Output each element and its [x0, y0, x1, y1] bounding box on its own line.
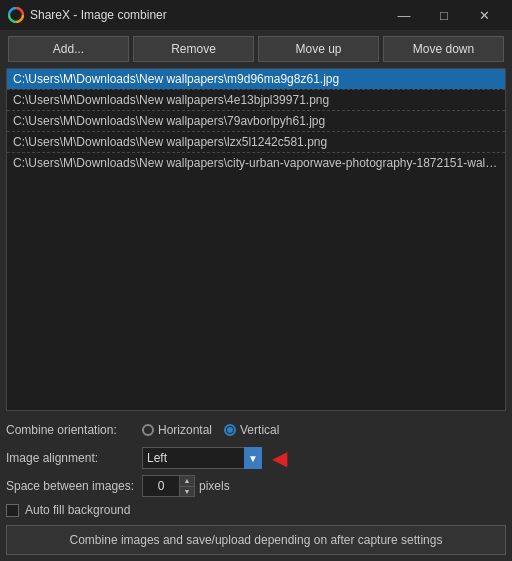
- window-title: ShareX - Image combiner: [30, 8, 384, 22]
- titlebar: ShareX - Image combiner — □ ✕: [0, 0, 512, 30]
- minimize-button[interactable]: —: [384, 0, 424, 30]
- combine-button[interactable]: Combine images and save/upload depending…: [6, 525, 506, 555]
- space-row: Space between images: ▲ ▼ pixels: [6, 475, 506, 497]
- add-button[interactable]: Add...: [8, 36, 129, 62]
- options-panel: Combine orientation: Horizontal Vertical…: [0, 411, 512, 521]
- spinner-down-button[interactable]: ▼: [180, 486, 194, 497]
- spinner-up-button[interactable]: ▲: [180, 476, 194, 486]
- space-spinner: ▲ ▼: [142, 475, 195, 497]
- file-list-item[interactable]: C:\Users\M\Downloads\New wallpapers\79av…: [7, 110, 505, 131]
- orientation-radio-group: Horizontal Vertical: [142, 423, 279, 437]
- remove-button[interactable]: Remove: [133, 36, 254, 62]
- spinner-buttons: ▲ ▼: [179, 476, 194, 496]
- vertical-radio[interactable]: Vertical: [224, 423, 279, 437]
- file-list-item[interactable]: C:\Users\M\Downloads\New wallpapers\m9d9…: [7, 69, 505, 89]
- toolbar: Add... Remove Move up Move down: [0, 30, 512, 68]
- space-spinner-wrap: ▲ ▼ pixels: [142, 475, 230, 497]
- maximize-button[interactable]: □: [424, 0, 464, 30]
- alignment-label: Image alignment:: [6, 451, 136, 465]
- alignment-row: Image alignment: Left Center Right ▼ ◀: [6, 447, 506, 469]
- alignment-select-wrap: Left Center Right ▼ ◀: [142, 447, 287, 469]
- alignment-dropdown-wrapper: Left Center Right ▼: [142, 447, 262, 469]
- file-list: C:\Users\M\Downloads\New wallpapers\m9d9…: [6, 68, 506, 411]
- file-list-item[interactable]: C:\Users\M\Downloads\New wallpapers\4e13…: [7, 89, 505, 110]
- move-down-button[interactable]: Move down: [383, 36, 504, 62]
- file-list-item[interactable]: C:\Users\M\Downloads\New wallpapers\lzx5…: [7, 131, 505, 152]
- red-arrow-icon: ◀: [272, 448, 287, 468]
- vertical-label: Vertical: [240, 423, 279, 437]
- close-button[interactable]: ✕: [464, 0, 504, 30]
- alignment-dropdown[interactable]: Left Center Right: [142, 447, 262, 469]
- pixels-label: pixels: [199, 479, 230, 493]
- space-input[interactable]: [143, 476, 179, 496]
- auto-fill-label: Auto fill background: [25, 503, 130, 517]
- window-controls: — □ ✕: [384, 0, 504, 30]
- horizontal-label: Horizontal: [158, 423, 212, 437]
- horizontal-radio[interactable]: Horizontal: [142, 423, 212, 437]
- move-up-button[interactable]: Move up: [258, 36, 379, 62]
- horizontal-radio-circle: [142, 424, 154, 436]
- file-list-item[interactable]: C:\Users\M\Downloads\New wallpapers\city…: [7, 152, 505, 173]
- orientation-label: Combine orientation:: [6, 423, 136, 437]
- auto-fill-checkbox[interactable]: [6, 504, 19, 517]
- orientation-row: Combine orientation: Horizontal Vertical: [6, 419, 506, 441]
- space-label: Space between images:: [6, 479, 136, 493]
- vertical-radio-circle: [224, 424, 236, 436]
- auto-fill-row: Auto fill background: [6, 503, 506, 517]
- app-icon: [8, 7, 24, 23]
